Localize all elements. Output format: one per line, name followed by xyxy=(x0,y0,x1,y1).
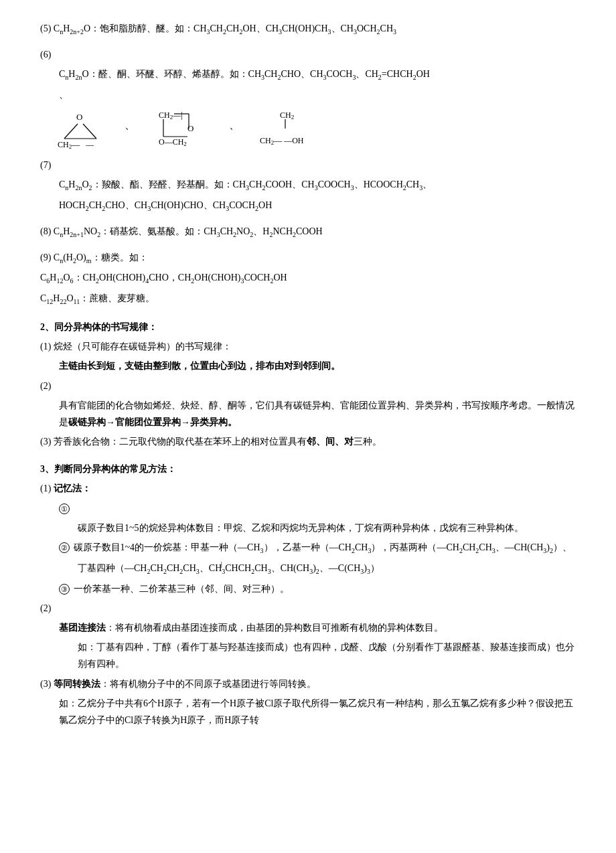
separator-2: 、 xyxy=(229,116,240,135)
structure-3: CH2 CH2— —OH xyxy=(260,108,327,149)
section-2: 2、同分异构体的书写规律： (1) 烷烃（只可能存在碳链异构）的书写规律： 主链… xyxy=(40,319,576,450)
method2-bold: 基团连接法 xyxy=(59,623,106,633)
section3-circle1-text: 碳原子数目1~5的烷烃异构体数目：甲烷、乙烷和丙烷均无异构体，丁烷有两种异构体，… xyxy=(78,520,576,536)
section3-item1-label: (1) 记忆法： xyxy=(40,480,576,497)
svg-text:O—CH2: O—CH2 xyxy=(159,137,187,147)
section2-item2-text: 具有官能团的化合物如烯烃、炔烃、醇、酮等，它们具有碳链异构、官能团位置异构、异类… xyxy=(59,397,576,431)
item-7: (7) CnH2nO2：羧酸、酯、羟醛、羟基酮。如：CH3CH2COOH、CH3… xyxy=(40,157,576,215)
item5-text: (5) CnH2n+2O：饱和脂肪醇、醚。如：CH3CH2CH2OH、CH3CH… xyxy=(40,20,576,38)
item7-label: (7) xyxy=(40,157,576,173)
allylic-svg: CH2 CH2— —OH xyxy=(260,108,327,149)
chemical-structures: O CH2— — 、 CH2— xyxy=(58,108,576,149)
svg-text:CH2— —OH: CH2— —OH xyxy=(260,136,304,146)
item9-label: (9) Cn(H2O)m：糖类。如： xyxy=(40,249,576,267)
section3-circle3: ③ 一价苯基一种、二价苯基三种（邻、间、对三种）。 xyxy=(59,580,576,597)
section3-method3-example: 如：乙烷分子中共有6个H原子，若有一个H原子被Cl原子取代所得一氯乙烷只有一种结… xyxy=(59,695,576,728)
item6-content: CnH2nO：醛、酮、环醚、环醇、烯基醇。如：CH3CH2CHO、CH3COCH… xyxy=(59,66,576,103)
section3-item2-label: (2) xyxy=(40,600,576,617)
section2-item2-label: (2) xyxy=(40,378,576,394)
section2-item2-content: 具有官能团的化合物如烯烃、炔烃、醇、酮等，它们具有碳链异构、官能团位置异构、异类… xyxy=(59,397,576,431)
section3-circle1: ① xyxy=(59,500,576,517)
method3-bold: 等同转换法 xyxy=(54,679,100,689)
section2-item2-bold: 碳链异构→官能团位置异构→异类异构。 xyxy=(68,417,237,427)
item-6: (6) CnH2nO：醛、酮、环醚、环醇、烯基醇。如：CH3CH2CHO、CH3… xyxy=(40,46,576,149)
section2-item1-label: (1) 烷烃（只可能存在碳链异构）的书写规律： xyxy=(40,338,576,355)
oxetane-svg: CH2—| O O—CH2 xyxy=(155,108,209,149)
section3-title: 3、判断同分异构体的常见方法： xyxy=(40,461,576,477)
svg-text:CH2—|: CH2—| xyxy=(159,110,183,121)
section3-circle2: ② 碳原子数目1~4的一价烷基：甲基一种（—CH3），乙基一种（—CH2CH3）… xyxy=(59,539,576,557)
epoxide-svg: O CH2— — xyxy=(58,112,104,149)
item8-text: (8) CnH2n+1NO2：硝基烷、氨基酸。如：CH3CH2NO2、H2NCH… xyxy=(40,223,576,241)
svg-line-1 xyxy=(64,124,78,139)
item7-formula2: HOCH2CH2CHO、CH3CH(OH)CHO、CH3COCH2OH xyxy=(59,197,576,215)
section3-butyl: 丁基四种（—CH2CH2CH2CH3、CH3CHCH2CH3|、CH(CH3)2… xyxy=(78,560,576,578)
svg-text:CH2—: CH2— xyxy=(58,140,80,149)
page-content: (5) CnH2n+2O：饱和脂肪醇、醚。如：CH3CH2CH2OH、CH3CH… xyxy=(40,20,576,728)
section3-method2-text: 基团连接法：将有机物看成由基团连接而成，由基团的异构数目可推断有机物的异构体数目… xyxy=(59,619,576,636)
item7-formula1: CnH2nO2：羧酸、酯、羟醛、羟基酮。如：CH3CH2COOH、CH3COOC… xyxy=(59,176,576,194)
section3-text1: 碳原子数目1~5的烷烃异构体数目：甲烷、乙烷和丙烷均无异构体，丁烷有两种异构体，… xyxy=(78,520,576,536)
svg-text:CH2: CH2 xyxy=(280,110,294,121)
section3-method2: 基团连接法：将有机物看成由基团连接而成，由基团的异构数目可推断有机物的异构体数目… xyxy=(59,619,576,673)
item6-label: (6) xyxy=(40,46,576,63)
section3-butyl-text: 丁基四种（—CH2CH2CH2CH3、CH3CHCH2CH3|、CH(CH3)2… xyxy=(78,560,576,578)
section2-title: 2、同分异构体的书写规律： xyxy=(40,319,576,335)
separator-1: 、 xyxy=(125,116,135,135)
circle-2: ② xyxy=(59,542,70,553)
section2-item3-bold: 邻、间、对 xyxy=(307,437,354,447)
section2-item3: (3) 芳香族化合物：二元取代物的取代基在苯环上的相对位置具有邻、间、对三种。 xyxy=(40,433,576,450)
item9-formula2: C12H22O11：蔗糖、麦芽糖。 xyxy=(40,290,576,308)
section3-method2-example: 如：丁基有四种，丁醇（看作丁基与羟基连接而成）也有四种，戊醛、戊酸（分别看作丁基… xyxy=(78,639,576,672)
item7-content: CnH2nO2：羧酸、酯、羟醛、羟基酮。如：CH3CH2COOH、CH3COOC… xyxy=(59,176,576,215)
section2-item1-rule: 主链由长到短，支链由整到散，位置由心到边，排布由对到邻到间。 xyxy=(59,358,576,374)
section-3: 3、判断同分异构体的常见方法： (1) 记忆法： ① 碳原子数目1~5的烷烃异构… xyxy=(40,461,576,728)
circle-1: ① xyxy=(59,503,70,514)
svg-text:—: — xyxy=(85,140,94,149)
section3-circle1-block: ① 碳原子数目1~5的烷烃异构体数目：甲烷、乙烷和丙烷均无异构体，丁烷有两种异构… xyxy=(59,500,576,597)
item6-formula: CnH2nO：醛、酮、环醚、环醇、烯基醇。如：CH3CH2CHO、CH3COCH… xyxy=(59,66,576,84)
structure-2: CH2—| O O—CH2 xyxy=(155,108,209,149)
item-8: (8) CnH2n+1NO2：硝基烷、氨基酸。如：CH3CH2NO2、H2NCH… xyxy=(40,223,576,241)
svg-line-2 xyxy=(83,124,96,139)
section3-item3-label: (3) 等同转换法：将有机物分子中的不同原子或基团进行等同转换。 xyxy=(40,676,576,692)
structure-1: O CH2— — xyxy=(58,112,104,149)
section3-method3-text: 如：乙烷分子中共有6个H原子，若有一个H原子被Cl原子取代所得一氯乙烷只有一种结… xyxy=(59,695,576,728)
item-5: (5) CnH2n+2O：饱和脂肪醇、醚。如：CH3CH2CH2OH、CH3CH… xyxy=(40,20,576,38)
svg-text:O: O xyxy=(76,112,82,122)
circle-3: ③ xyxy=(59,584,70,595)
item6-comma: 、 xyxy=(59,86,576,103)
item9-formula1: C6H12O6：CH2OH(CHOH)4CHO，CH2OH(CHOH)3COCH… xyxy=(40,269,576,287)
item-9: (9) Cn(H2O)m：糖类。如： C6H12O6：CH2OH(CHOH)4C… xyxy=(40,249,576,308)
